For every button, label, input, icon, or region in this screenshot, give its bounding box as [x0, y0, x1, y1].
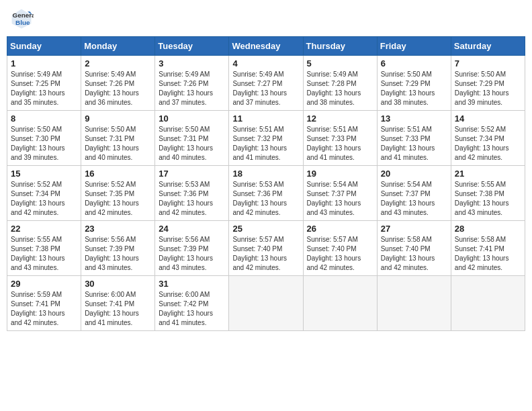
day-info: Sunrise: 5:49 AM Sunset: 7:28 PM Dayligh… [307, 70, 373, 107]
col-header-tuesday: Tuesday [155, 37, 229, 56]
day-info: Sunrise: 5:50 AM Sunset: 7:29 PM Dayligh… [455, 70, 521, 107]
day-info: Sunrise: 5:52 AM Sunset: 7:35 PM Dayligh… [85, 180, 151, 218]
calendar-cell: 19Sunrise: 5:54 AM Sunset: 7:37 PM Dayli… [303, 166, 377, 221]
day-number: 11 [232, 113, 299, 124]
calendar-week-2: 8Sunrise: 5:50 AM Sunset: 7:30 PM Daylig… [7, 111, 525, 166]
day-number: 12 [307, 113, 373, 124]
day-number: 28 [455, 224, 521, 234]
calendar-cell: 24Sunrise: 5:56 AM Sunset: 7:39 PM Dayli… [155, 221, 229, 276]
calendar-cell: 25Sunrise: 5:57 AM Sunset: 7:40 PM Dayli… [229, 221, 303, 276]
calendar-cell: 3Sunrise: 5:49 AM Sunset: 7:26 PM Daylig… [155, 56, 229, 111]
calendar-cell: 27Sunrise: 5:58 AM Sunset: 7:40 PM Dayli… [377, 221, 451, 276]
calendar-week-4: 22Sunrise: 5:55 AM Sunset: 7:38 PM Dayli… [7, 221, 525, 276]
day-info: Sunrise: 5:58 AM Sunset: 7:41 PM Dayligh… [455, 235, 521, 273]
calendar-cell: 6Sunrise: 5:50 AM Sunset: 7:29 PM Daylig… [377, 56, 451, 111]
day-info: Sunrise: 5:58 AM Sunset: 7:40 PM Dayligh… [381, 235, 447, 273]
day-number: 25 [232, 224, 299, 234]
calendar-week-5: 29Sunrise: 5:59 AM Sunset: 7:41 PM Dayli… [7, 276, 525, 331]
calendar-table: SundayMondayTuesdayWednesdayThursdayFrid… [7, 36, 525, 331]
day-info: Sunrise: 5:56 AM Sunset: 7:39 PM Dayligh… [85, 235, 151, 273]
day-info: Sunrise: 5:51 AM Sunset: 7:32 PM Dayligh… [232, 125, 299, 163]
day-info: Sunrise: 5:55 AM Sunset: 7:38 PM Dayligh… [11, 235, 77, 273]
calendar-cell: 9Sunrise: 5:50 AM Sunset: 7:31 PM Daylig… [81, 111, 155, 166]
day-number: 19 [307, 169, 373, 179]
day-info: Sunrise: 5:49 AM Sunset: 7:26 PM Dayligh… [85, 70, 151, 107]
day-number: 1 [11, 58, 77, 68]
day-number: 14 [455, 113, 521, 124]
calendar-cell: 18Sunrise: 5:53 AM Sunset: 7:36 PM Dayli… [229, 166, 303, 221]
day-number: 27 [381, 224, 447, 234]
day-number: 13 [381, 113, 447, 124]
day-info: Sunrise: 5:53 AM Sunset: 7:36 PM Dayligh… [232, 180, 299, 218]
day-number: 21 [455, 169, 521, 179]
calendar-cell: 16Sunrise: 5:52 AM Sunset: 7:35 PM Dayli… [81, 166, 155, 221]
day-number: 4 [232, 58, 299, 68]
calendar-cell: 13Sunrise: 5:51 AM Sunset: 7:33 PM Dayli… [377, 111, 451, 166]
day-number: 17 [159, 169, 225, 179]
calendar-cell: 5Sunrise: 5:49 AM Sunset: 7:28 PM Daylig… [303, 56, 377, 111]
day-info: Sunrise: 5:59 AM Sunset: 7:41 PM Dayligh… [11, 290, 77, 328]
calendar-cell: 17Sunrise: 5:53 AM Sunset: 7:36 PM Dayli… [155, 166, 229, 221]
calendar-cell: 30Sunrise: 6:00 AM Sunset: 7:41 PM Dayli… [81, 276, 155, 331]
day-info: Sunrise: 5:49 AM Sunset: 7:25 PM Dayligh… [11, 70, 77, 107]
day-info: Sunrise: 5:52 AM Sunset: 7:34 PM Dayligh… [11, 180, 77, 218]
calendar-cell [229, 276, 303, 331]
day-info: Sunrise: 5:56 AM Sunset: 7:39 PM Dayligh… [159, 235, 225, 273]
svg-text:Blue: Blue [15, 19, 30, 26]
calendar-cell: 23Sunrise: 5:56 AM Sunset: 7:39 PM Dayli… [81, 221, 155, 276]
calendar-cell: 2Sunrise: 5:49 AM Sunset: 7:26 PM Daylig… [81, 56, 155, 111]
day-number: 24 [159, 224, 225, 234]
day-number: 26 [307, 224, 373, 234]
day-number: 6 [381, 58, 447, 68]
day-number: 2 [85, 58, 151, 68]
page-header: General Blue [7, 7, 525, 31]
calendar-cell: 22Sunrise: 5:55 AM Sunset: 7:38 PM Dayli… [7, 221, 81, 276]
calendar-cell: 7Sunrise: 5:50 AM Sunset: 7:29 PM Daylig… [451, 56, 525, 111]
calendar-cell: 26Sunrise: 5:57 AM Sunset: 7:40 PM Dayli… [303, 221, 377, 276]
day-info: Sunrise: 5:50 AM Sunset: 7:31 PM Dayligh… [159, 125, 225, 163]
day-info: Sunrise: 5:54 AM Sunset: 7:37 PM Dayligh… [307, 180, 373, 218]
day-info: Sunrise: 5:49 AM Sunset: 7:27 PM Dayligh… [232, 70, 299, 107]
calendar-cell: 21Sunrise: 5:55 AM Sunset: 7:38 PM Dayli… [451, 166, 525, 221]
calendar-cell: 15Sunrise: 5:52 AM Sunset: 7:34 PM Dayli… [7, 166, 81, 221]
col-header-monday: Monday [81, 37, 155, 56]
day-number: 20 [381, 169, 447, 179]
day-number: 8 [11, 113, 77, 124]
day-info: Sunrise: 6:00 AM Sunset: 7:42 PM Dayligh… [159, 290, 225, 328]
day-number: 23 [85, 224, 151, 234]
day-info: Sunrise: 5:50 AM Sunset: 7:29 PM Dayligh… [381, 70, 447, 107]
day-info: Sunrise: 5:57 AM Sunset: 7:40 PM Dayligh… [232, 235, 299, 273]
day-number: 31 [159, 279, 225, 289]
day-info: Sunrise: 5:52 AM Sunset: 7:34 PM Dayligh… [455, 125, 521, 163]
day-info: Sunrise: 5:50 AM Sunset: 7:30 PM Dayligh… [11, 125, 77, 163]
day-number: 9 [85, 113, 151, 124]
calendar-cell: 12Sunrise: 5:51 AM Sunset: 7:33 PM Dayli… [303, 111, 377, 166]
calendar-cell: 4Sunrise: 5:49 AM Sunset: 7:27 PM Daylig… [229, 56, 303, 111]
calendar-cell: 8Sunrise: 5:50 AM Sunset: 7:30 PM Daylig… [7, 111, 81, 166]
day-number: 16 [85, 169, 151, 179]
calendar-week-1: 1Sunrise: 5:49 AM Sunset: 7:25 PM Daylig… [7, 56, 525, 111]
day-number: 10 [159, 113, 225, 124]
calendar-cell: 31Sunrise: 6:00 AM Sunset: 7:42 PM Dayli… [155, 276, 229, 331]
logo-icon: General Blue [9, 7, 34, 31]
day-number: 3 [159, 58, 225, 68]
calendar-week-3: 15Sunrise: 5:52 AM Sunset: 7:34 PM Dayli… [7, 166, 525, 221]
calendar-cell: 1Sunrise: 5:49 AM Sunset: 7:25 PM Daylig… [7, 56, 81, 111]
day-info: Sunrise: 5:49 AM Sunset: 7:26 PM Dayligh… [159, 70, 225, 107]
calendar-cell: 14Sunrise: 5:52 AM Sunset: 7:34 PM Dayli… [451, 111, 525, 166]
col-header-sunday: Sunday [7, 37, 81, 56]
calendar-cell [377, 276, 451, 331]
day-number: 18 [232, 169, 299, 179]
calendar-cell: 11Sunrise: 5:51 AM Sunset: 7:32 PM Dayli… [229, 111, 303, 166]
calendar-cell [451, 276, 525, 331]
day-info: Sunrise: 5:51 AM Sunset: 7:33 PM Dayligh… [307, 125, 373, 163]
col-header-thursday: Thursday [303, 37, 377, 56]
day-info: Sunrise: 5:53 AM Sunset: 7:36 PM Dayligh… [159, 180, 225, 218]
calendar-cell: 10Sunrise: 5:50 AM Sunset: 7:31 PM Dayli… [155, 111, 229, 166]
logo: General Blue [9, 7, 36, 31]
calendar-cell [303, 276, 377, 331]
day-number: 15 [11, 169, 77, 179]
day-info: Sunrise: 5:50 AM Sunset: 7:31 PM Dayligh… [85, 125, 151, 163]
day-info: Sunrise: 5:57 AM Sunset: 7:40 PM Dayligh… [307, 235, 373, 273]
col-header-friday: Friday [377, 37, 451, 56]
